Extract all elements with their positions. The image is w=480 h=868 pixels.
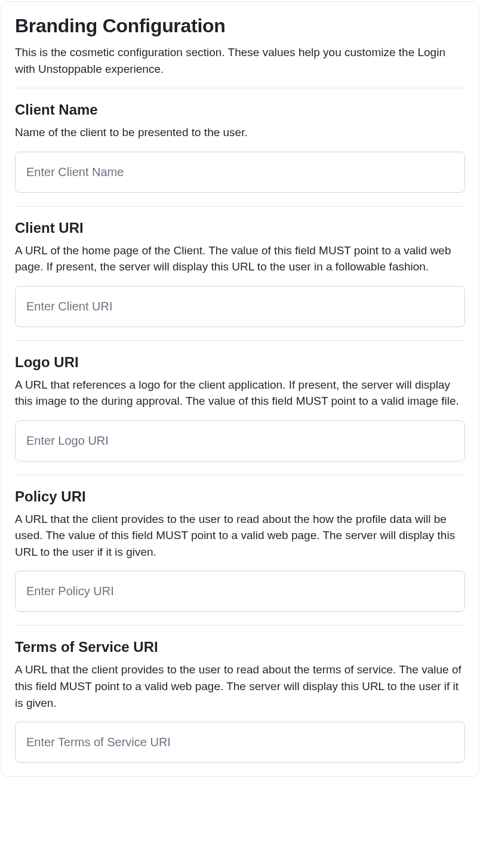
client-uri-section: Client URI A URL of the home page of the… (15, 220, 465, 327)
page-title: Branding Configuration (15, 15, 465, 37)
section-divider (15, 340, 465, 341)
section-divider (15, 475, 465, 475)
tos-uri-section: Terms of Service URI A URL that the clie… (15, 639, 465, 763)
logo-uri-title: Logo URI (15, 354, 465, 371)
header-divider (15, 88, 465, 88)
section-divider (15, 625, 465, 626)
client-name-input[interactable] (15, 152, 465, 193)
section-divider (15, 206, 465, 207)
tos-uri-title: Terms of Service URI (15, 639, 465, 655)
logo-uri-section: Logo URI A URL that references a logo fo… (15, 354, 465, 461)
client-name-section: Client Name Name of the client to be pre… (15, 101, 465, 193)
logo-uri-desc: A URL that references a logo for the cli… (15, 377, 465, 410)
tos-uri-input[interactable] (15, 722, 465, 763)
client-uri-desc: A URL of the home page of the Client. Th… (15, 242, 465, 275)
policy-uri-section: Policy URI A URL that the client provide… (15, 488, 465, 612)
policy-uri-title: Policy URI (15, 488, 465, 505)
client-name-desc: Name of the client to be presented to th… (15, 124, 465, 141)
branding-config-card: Branding Configuration This is the cosme… (1, 1, 479, 777)
client-uri-input[interactable] (15, 286, 465, 327)
policy-uri-desc: A URL that the client provides to the us… (15, 511, 465, 561)
page-intro: This is the cosmetic configuration secti… (15, 44, 465, 77)
client-uri-title: Client URI (15, 220, 465, 236)
policy-uri-input[interactable] (15, 571, 465, 612)
logo-uri-input[interactable] (15, 420, 465, 461)
tos-uri-desc: A URL that the client provides to the us… (15, 661, 465, 711)
client-name-title: Client Name (15, 101, 465, 118)
